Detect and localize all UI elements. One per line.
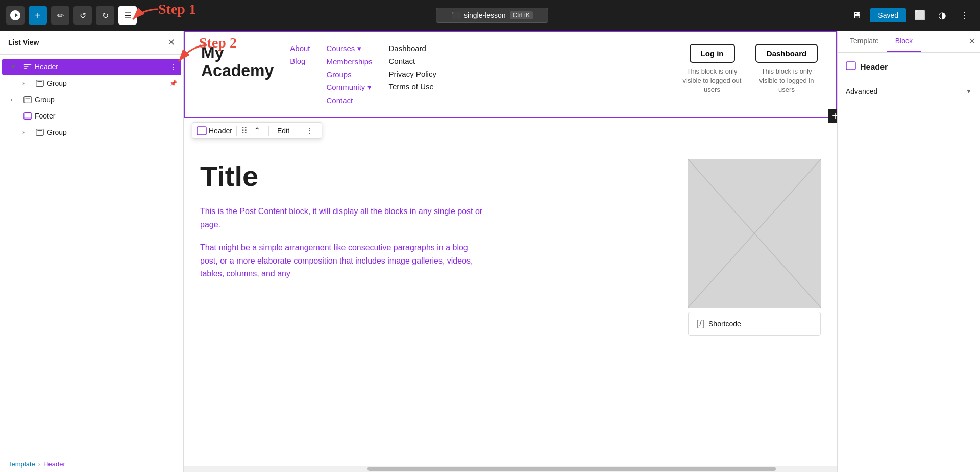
block-more-button[interactable]: ⋮ (302, 126, 317, 136)
list-view-button[interactable]: ☰ (118, 6, 137, 25)
canvas-area: My Academy About Blog Courses ▾ Membersh… (184, 31, 837, 472)
contrast-button[interactable]: ◑ (933, 6, 951, 25)
nav-terms[interactable]: Terms of Use (389, 82, 436, 91)
toolbar-sep-3 (298, 126, 298, 136)
nav-about[interactable]: About (290, 44, 310, 53)
svg-rect-13 (197, 127, 206, 135)
list-item-group-3[interactable]: › Group (2, 124, 181, 140)
group-2-label: Group (35, 96, 177, 104)
auth-dashboard-block: Dashboard This block is only visible to … (753, 44, 820, 95)
breadcrumb-current: Header (43, 460, 65, 468)
block-up-down-button[interactable]: ⌃ (250, 125, 264, 136)
advanced-chevron-icon: ▼ (966, 88, 972, 95)
svg-rect-5 (36, 80, 43, 87)
header-auth: Log in This block is only visible to log… (679, 44, 820, 95)
svg-rect-12 (37, 130, 42, 131)
site-logo: My Academy (201, 44, 274, 80)
svg-rect-6 (37, 81, 42, 82)
header-item-menu-icon[interactable]: ⋮ (169, 62, 177, 72)
right-panel: Template Block ✕ Header Advanced ▼ (837, 31, 980, 472)
chevron-right-icon-2: › (10, 96, 20, 103)
search-shortcut: Ctrl+K (510, 11, 533, 19)
drag-handle-icon[interactable]: ⠿ (241, 125, 248, 136)
block-edit-button[interactable]: Edit (273, 126, 293, 136)
edit-pen-button[interactable]: ✏ (51, 6, 69, 25)
svg-rect-2 (24, 64, 31, 65)
svg-rect-4 (24, 68, 27, 69)
saved-button[interactable]: Saved (870, 8, 906, 22)
dashboard-button[interactable]: Dashboard (755, 44, 818, 63)
main-area: List View ✕ ▼ Header ⋮ › Group 📌 (0, 31, 980, 472)
list-item-header[interactable]: ▼ Header ⋮ (2, 59, 181, 75)
login-desc: This block is only visible to logged out… (679, 67, 745, 95)
nav-blog[interactable]: Blog (290, 57, 310, 65)
add-block-button[interactable]: + (29, 6, 47, 25)
block-toolbar: Header ⠿ ⌃ Edit ⋮ (192, 122, 322, 139)
shortcode-icon: [/] (697, 318, 704, 329)
contrast-icon: ◑ (938, 10, 946, 21)
group-1-label: Group (47, 79, 167, 87)
list-view: ▼ Header ⋮ › Group 📌 › (0, 55, 183, 456)
undo-icon: ↺ (80, 11, 86, 20)
breadcrumb-template[interactable]: Template (8, 460, 35, 468)
toolbar: + ✏ ↺ ↻ ☰ ⬛ single-lesson Ctrl+K 🖥 Saved… (0, 0, 980, 31)
right-panel-header: Template Block ✕ (838, 31, 980, 53)
sidebar-icon: ⬜ (914, 10, 925, 21)
page-title: Title (200, 159, 672, 193)
redo-icon: ↻ (102, 11, 109, 20)
list-item-group-2[interactable]: › Group (2, 91, 181, 108)
chevron-right-icon-4: › (22, 129, 33, 136)
svg-rect-16 (846, 62, 855, 70)
page-icon: ⬛ (451, 11, 460, 19)
sidebar: List View ✕ ▼ Header ⋮ › Group 📌 (0, 31, 184, 472)
list-item-footer[interactable]: Footer (2, 108, 181, 124)
footer-block-icon (22, 111, 33, 121)
nav-col-3: Dashboard Contact Privacy Policy Terms o… (389, 44, 436, 91)
logo-line1: My (201, 44, 274, 62)
canvas-scroll[interactable]: My Academy About Blog Courses ▾ Membersh… (184, 31, 837, 466)
search-bar[interactable]: ⬛ single-lesson Ctrl+K (436, 8, 548, 23)
tab-template[interactable]: Template (842, 31, 887, 52)
image-placeholder (688, 159, 821, 308)
footer-label: Footer (35, 112, 177, 120)
chevron-right-icon: › (22, 80, 33, 87)
svg-rect-7 (24, 97, 31, 103)
list-item-group-1[interactable]: › Group 📌 (2, 75, 181, 91)
toolbar-separator (236, 126, 237, 136)
more-options-button[interactable]: ⋮ (955, 6, 974, 25)
device-preview-button[interactable]: 🖥 (847, 6, 866, 25)
nav-community[interactable]: Community ▾ (327, 83, 373, 92)
right-panel-close-button[interactable]: ✕ (968, 36, 976, 47)
group-block-icon-3 (35, 127, 45, 137)
login-button[interactable]: Log in (690, 44, 735, 63)
nav-privacy[interactable]: Privacy Policy (389, 69, 436, 78)
nav-memberships[interactable]: Memberships (327, 57, 373, 66)
advanced-section[interactable]: Advanced ▼ (846, 82, 972, 101)
redo-button[interactable]: ↻ (96, 6, 114, 25)
canvas-hscroll-thumb[interactable] (368, 467, 776, 471)
pen-icon: ✏ (57, 11, 64, 20)
header-block-inner: My Academy About Blog Courses ▾ Membersh… (201, 44, 820, 105)
svg-rect-10 (24, 117, 31, 119)
canvas-horizontal-scrollbar[interactable] (184, 466, 837, 472)
nav-col-1: About Blog (290, 44, 310, 65)
right-panel-content: Header Advanced ▼ (838, 53, 980, 472)
nav-dashboard[interactable]: Dashboard (389, 44, 436, 53)
monitor-icon: 🖥 (852, 10, 861, 21)
nav-contact-3[interactable]: Contact (389, 57, 436, 65)
sidebar-close-button[interactable]: ✕ (167, 37, 175, 48)
nav-courses[interactable]: Courses ▾ (327, 44, 373, 53)
svg-rect-11 (36, 129, 43, 136)
undo-button[interactable]: ↺ (74, 6, 92, 25)
breadcrumb-separator: › (38, 460, 40, 468)
nav-col-2: Courses ▾ Memberships Groups Community ▾… (327, 44, 373, 105)
toggle-sidebar-button[interactable]: ⬜ (911, 6, 929, 25)
header-item-label: Header (35, 63, 167, 71)
header-block-icon (22, 62, 33, 72)
add-block-canvas-button[interactable]: + (828, 109, 837, 123)
nav-contact-2[interactable]: Contact (327, 96, 373, 105)
nav-groups[interactable]: Groups (327, 70, 373, 79)
wp-logo-button[interactable] (6, 6, 24, 25)
shortcode-block: [/] Shortcode (688, 312, 821, 336)
tab-block[interactable]: Block (887, 31, 921, 52)
